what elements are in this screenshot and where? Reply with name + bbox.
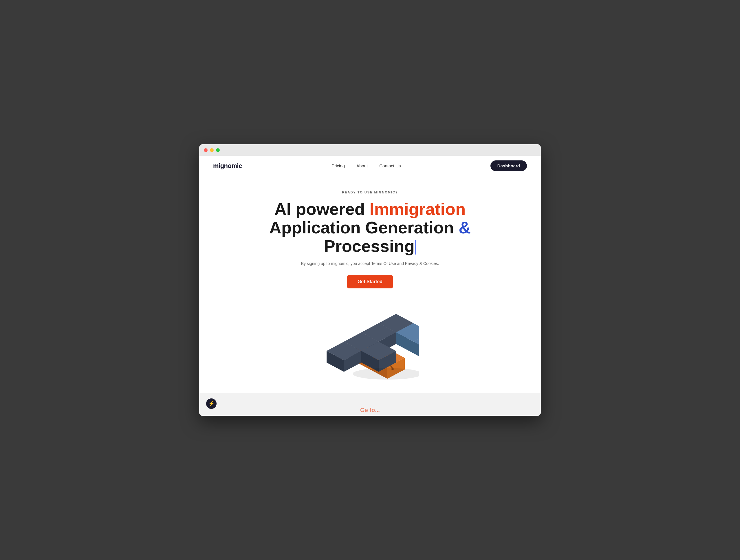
- navbar: mignomic Pricing About Contact Us Dashbo…: [199, 156, 541, 176]
- nav-link-pricing[interactable]: Pricing: [332, 163, 345, 168]
- svg-marker-25: [413, 342, 419, 363]
- text-cursor: [415, 240, 416, 255]
- minimize-button[interactable]: [210, 148, 214, 152]
- hero-title-immigration: Immigration: [369, 199, 466, 218]
- hero-title: AI powered Immigration Application Gener…: [257, 200, 483, 255]
- lightning-icon: ⚡: [208, 400, 214, 407]
- get-started-button[interactable]: Get Started: [347, 275, 393, 288]
- nav-links: Pricing About Contact Us: [332, 163, 401, 168]
- footer-hint: Ge fo...: [360, 407, 380, 413]
- hero-title-part3: Processing: [324, 237, 414, 255]
- nav-link-about[interactable]: About: [356, 163, 368, 168]
- browser-window: mignomic Pricing About Contact Us Dashbo…: [199, 144, 541, 415]
- hero-tagline: READY TO USE MIGNOMIC?: [342, 191, 398, 194]
- nav-link-contact[interactable]: Contact Us: [379, 163, 401, 168]
- browser-titlebar: [199, 144, 541, 156]
- logo-text: mignomic: [213, 162, 242, 169]
- close-button[interactable]: [204, 148, 208, 152]
- hero-title-part2: Application Generation: [269, 218, 459, 237]
- hero-subtitle: By signing up to mignomic, you accept Te…: [301, 261, 439, 266]
- hero-illustration: [321, 300, 419, 381]
- logo: mignomic: [213, 162, 242, 170]
- shadow-ellipse: [353, 368, 419, 380]
- hero-title-ampersand: &: [459, 218, 471, 237]
- hero-title-part1: AI powered: [274, 199, 370, 218]
- isometric-blocks-svg: [321, 300, 419, 381]
- footer-section: ⚡ Ge fo...: [199, 393, 541, 416]
- dashboard-button[interactable]: Dashboard: [490, 161, 527, 171]
- browser-content: mignomic Pricing About Contact Us Dashbo…: [199, 156, 541, 415]
- lightning-badge[interactable]: ⚡: [206, 398, 216, 409]
- hero-section: READY TO USE MIGNOMIC? AI powered Immigr…: [199, 176, 541, 392]
- maximize-button[interactable]: [216, 148, 220, 152]
